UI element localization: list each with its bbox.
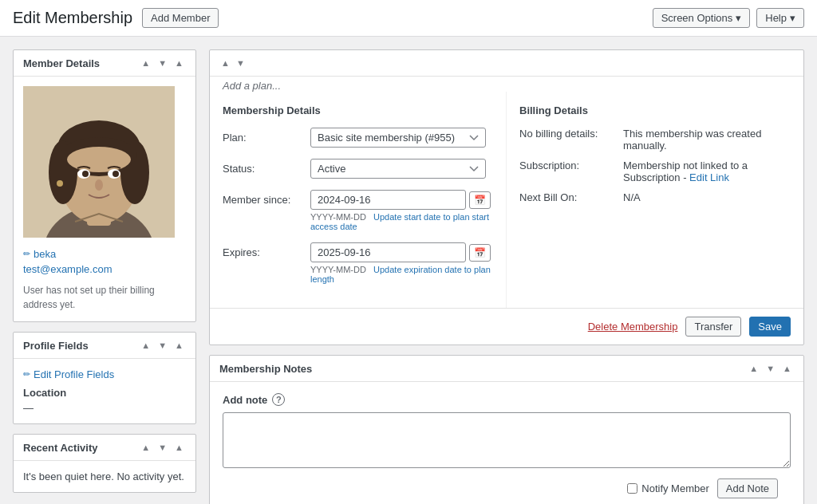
notify-member-label[interactable]: Notify Member [627, 482, 709, 494]
collapse-down-button[interactable]: ▼ [235, 57, 247, 69]
notes-footer: Notify Member Add Note [223, 471, 791, 504]
notes-body: Add note ? Notify Member Add Note There … [210, 382, 803, 504]
expires-calendar-button[interactable]: 📅 [469, 244, 491, 262]
subscription-value: Membership not linked to a Subscription … [623, 159, 791, 183]
save-button[interactable]: Save [749, 317, 791, 337]
collapse-down-button[interactable]: ▼ [156, 57, 169, 69]
svg-point-15 [57, 180, 63, 187]
subscription-label: Subscription: [519, 159, 623, 183]
member-details-header: Member Details ▲ ▼ ▲ [14, 50, 195, 77]
edit-profile-fields-link[interactable]: ✏ Edit Profile Fields [23, 368, 186, 380]
membership-details-col: Membership Details Plan: Basic site memb… [210, 92, 507, 308]
panel-menu-button[interactable]: ▲ [780, 362, 794, 375]
avatar [23, 86, 175, 238]
edit-link-link[interactable]: Edit Link [689, 171, 729, 183]
recent-activity-message: It's been quiet here. No activity yet. [23, 471, 186, 482]
expires-date-wrapper: 2025-09-16 📅 [310, 242, 493, 262]
screen-options-button[interactable]: Screen Options ▾ [653, 8, 751, 28]
panel-menu-button[interactable]: ▲ [172, 339, 186, 352]
page-title: Edit Membership [13, 9, 132, 27]
member-since-date-wrapper: 2024-09-16 📅 [310, 190, 493, 210]
expires-hint: YYYY-MM-DD Update expiration date to pla… [310, 265, 493, 284]
add-note-label: Add note ? [223, 393, 791, 406]
expires-input[interactable]: 2025-09-16 [310, 242, 466, 262]
member-name: beka [34, 248, 56, 260]
member-since-input[interactable]: 2024-09-16 [310, 190, 466, 210]
expires-row: Expires: 2025-09-16 📅 YYYY-MM-DD Update … [223, 242, 493, 284]
member-email-link[interactable]: test@example.com [23, 263, 186, 275]
avatar-container [23, 86, 186, 240]
note-textarea[interactable] [223, 412, 791, 468]
membership-content-grid: Membership Details Plan: Basic site memb… [210, 92, 803, 308]
collapse-up-button[interactable]: ▲ [139, 339, 152, 352]
notes-panel-header: Membership Notes ▲ ▼ ▲ [210, 356, 803, 382]
add-plan-section: Add a plan... [210, 77, 803, 92]
collapse-arrows: ▲ ▼ [219, 57, 247, 69]
member-since-field: 2024-09-16 📅 YYYY-MM-DD Update start dat… [310, 190, 493, 231]
membership-panel-header: ▲ ▼ [210, 50, 803, 77]
help-icon[interactable]: ? [272, 393, 285, 406]
recent-activity-title: Recent Activity [23, 442, 97, 454]
content-area: ▲ ▼ Add a plan... Membership Details Pla… [209, 49, 804, 504]
svg-point-14 [95, 179, 103, 191]
panel-menu-button[interactable]: ▲ [172, 441, 186, 454]
member-since-calendar-button[interactable]: 📅 [469, 191, 491, 209]
plan-row: Plan: Basic site membership (#955) [223, 128, 493, 148]
add-note-button[interactable]: Add Note [717, 478, 778, 498]
membership-panel: ▲ ▼ Add a plan... Membership Details Pla… [209, 49, 804, 345]
member-since-hint: YYYY-MM-DD Update start date to plan sta… [310, 212, 493, 231]
recent-activity-body: It's been quiet here. No activity yet. [14, 461, 195, 492]
status-label: Status: [223, 159, 310, 175]
collapse-up-button[interactable]: ▲ [747, 362, 760, 375]
collapse-up-button[interactable]: ▲ [139, 57, 152, 69]
collapse-down-button[interactable]: ▼ [156, 339, 169, 352]
collapse-up-button[interactable]: ▲ [219, 57, 231, 69]
profile-fields-body: ✏ Edit Profile Fields Location — [14, 359, 195, 423]
add-member-button[interactable]: Add Member [142, 8, 219, 28]
delete-membership-button[interactable]: Delete Membership [588, 321, 678, 333]
notify-member-checkbox[interactable] [627, 483, 637, 494]
svg-point-13 [112, 171, 119, 177]
no-billing-value: This membership was created manually. [623, 128, 791, 152]
notes-panel: Membership Notes ▲ ▼ ▲ Add note ? Notify… [209, 355, 804, 504]
notes-panel-controls: ▲ ▼ ▲ [747, 362, 794, 375]
svg-point-9 [67, 147, 131, 172]
status-row: Status: Active [223, 159, 493, 179]
membership-panel-footer: Delete Membership Transfer Save [210, 308, 803, 345]
member-name-link[interactable]: ✏ beka [23, 248, 186, 260]
collapse-up-button[interactable]: ▲ [139, 441, 152, 454]
recent-activity-header: Recent Activity ▲ ▼ ▲ [14, 435, 195, 461]
profile-fields-title: Profile Fields [23, 340, 89, 352]
member-details-body: ✏ beka test@example.com User has not set… [14, 77, 195, 321]
profile-fields-header: Profile Fields ▲ ▼ ▲ [14, 333, 195, 359]
subscription-row: Subscription: Membership not linked to a… [519, 159, 791, 183]
transfer-button[interactable]: Transfer [685, 317, 741, 337]
expires-label: Expires: [223, 242, 310, 258]
top-bar-right: Screen Options ▾ Help ▾ [653, 8, 804, 28]
status-select[interactable]: Active [310, 159, 486, 179]
pencil-icon: ✏ [23, 249, 30, 259]
member-details-panel: Member Details ▲ ▼ ▲ [13, 49, 196, 322]
pencil-icon: ✏ [23, 369, 30, 380]
status-field: Active [310, 159, 493, 179]
plan-select[interactable]: Basic site membership (#955) [310, 128, 486, 148]
next-bill-row: Next Bill On: N/A [519, 191, 791, 203]
collapse-down-button[interactable]: ▼ [764, 362, 777, 375]
plan-field: Basic site membership (#955) [310, 128, 493, 148]
next-bill-value: N/A [623, 191, 641, 203]
collapse-down-button[interactable]: ▼ [156, 441, 169, 454]
member-details-title: Member Details [23, 57, 100, 69]
membership-details-title: Membership Details [223, 104, 493, 116]
no-billing-label: No billing details: [519, 128, 623, 152]
notes-title: Membership Notes [219, 363, 312, 375]
main-layout: Member Details ▲ ▼ ▲ [0, 37, 817, 504]
top-bar-left: Edit Membership Add Member [13, 8, 219, 28]
panel-menu-button[interactable]: ▲ [172, 57, 186, 69]
help-button[interactable]: Help ▾ [756, 8, 804, 28]
profile-fields-panel: Profile Fields ▲ ▼ ▲ ✏ Edit Profile Fiel… [13, 332, 196, 424]
no-billing-row: No billing details: This membership was … [519, 128, 791, 152]
next-bill-label: Next Bill On: [519, 191, 623, 203]
billing-details-title: Billing Details [519, 104, 791, 116]
add-plan-label: Add a plan... [223, 80, 281, 92]
member-since-row: Member since: 2024-09-16 📅 YYYY-MM-DD Up… [223, 190, 493, 231]
